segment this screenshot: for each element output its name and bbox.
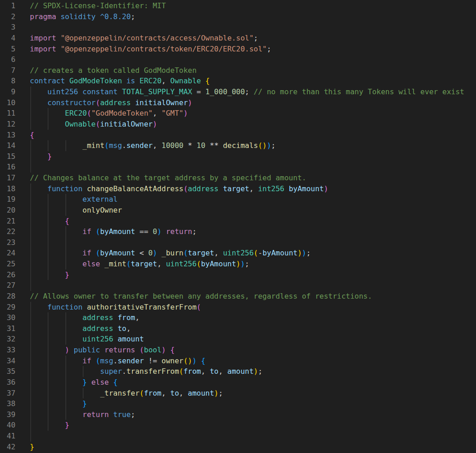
code-line[interactable]: 19 external bbox=[0, 194, 476, 205]
line-number[interactable]: 13 bbox=[0, 130, 15, 141]
line-number[interactable]: 16 bbox=[0, 162, 15, 173]
line-number[interactable]: 11 bbox=[0, 108, 15, 119]
code-line[interactable]: 40 } bbox=[0, 420, 476, 431]
line-number[interactable]: 24 bbox=[0, 248, 15, 259]
line-number[interactable]: 29 bbox=[0, 302, 15, 313]
code-line[interactable]: 38 } bbox=[0, 398, 476, 409]
code-line-content[interactable]: } bbox=[30, 151, 476, 162]
code-line-content[interactable] bbox=[30, 237, 476, 248]
line-number[interactable]: 35 bbox=[0, 366, 15, 377]
code-line-content[interactable]: ERC20("GodModeToken", "GMT") bbox=[30, 108, 476, 119]
code-line-content[interactable]: // Changes balance at the target address… bbox=[30, 173, 476, 183]
code-line-content[interactable]: if (byAmount < 0) _burn(target, uint256(… bbox=[30, 248, 476, 259]
line-number[interactable]: 31 bbox=[0, 323, 15, 334]
code-line-content[interactable]: address to, bbox=[30, 323, 476, 334]
code-line[interactable]: 25 else _mint(target, uint256(byAmount))… bbox=[0, 259, 476, 270]
line-number[interactable]: 14 bbox=[0, 140, 15, 151]
code-line[interactable]: 8contract GodModeToken is ERC20, Ownable… bbox=[0, 76, 476, 87]
code-line-content[interactable]: // Allows owner to transfer between any … bbox=[30, 291, 476, 302]
code-line-content[interactable]: } bbox=[30, 442, 476, 453]
line-number[interactable]: 18 bbox=[0, 183, 15, 194]
code-line[interactable]: 1// SPDX-License-Identifier: MIT bbox=[0, 0, 476, 11]
code-line-content[interactable]: return true; bbox=[30, 409, 476, 420]
code-line-content[interactable]: pragma solidity ^0.8.20; bbox=[30, 11, 476, 22]
line-number[interactable]: 19 bbox=[0, 194, 15, 205]
code-line-content[interactable]: uint256 constant TOTAL_SUPPLY_MAX = 1_00… bbox=[30, 87, 476, 97]
code-line-content[interactable]: } bbox=[30, 420, 476, 431]
code-line-content[interactable]: { bbox=[30, 216, 476, 227]
line-number[interactable]: 15 bbox=[0, 151, 15, 162]
code-line-content[interactable]: constructor(address initialOwner) bbox=[30, 97, 476, 108]
line-number[interactable]: 4 bbox=[0, 33, 15, 44]
line-number[interactable]: 27 bbox=[0, 280, 15, 291]
code-line-content[interactable]: { bbox=[30, 130, 476, 141]
code-line-content[interactable]: } bbox=[30, 270, 476, 280]
code-line-content[interactable] bbox=[30, 162, 476, 173]
code-line[interactable]: 33 ) public returns (bool) { bbox=[0, 345, 476, 356]
code-line-content[interactable]: onlyOwner bbox=[30, 205, 476, 216]
code-line[interactable]: 18 function changeBalanceAtAddress(addre… bbox=[0, 183, 476, 194]
code-line-content[interactable] bbox=[30, 22, 476, 33]
code-line-content[interactable]: if (msg.sender != owner()) { bbox=[30, 356, 476, 366]
code-line[interactable]: 3 bbox=[0, 22, 476, 33]
code-line[interactable]: 2pragma solidity ^0.8.20; bbox=[0, 11, 476, 22]
code-line[interactable]: 13{ bbox=[0, 130, 476, 141]
line-number[interactable]: 25 bbox=[0, 259, 15, 270]
line-number[interactable]: 38 bbox=[0, 398, 15, 409]
code-editor[interactable]: 1// SPDX-License-Identifier: MIT2pragma … bbox=[0, 0, 476, 453]
code-line-content[interactable]: } bbox=[30, 398, 476, 409]
code-line-content[interactable]: if (byAmount == 0) return; bbox=[30, 226, 476, 237]
line-number[interactable]: 23 bbox=[0, 237, 15, 248]
code-line[interactable]: 22 if (byAmount == 0) return; bbox=[0, 226, 476, 237]
line-number[interactable]: 21 bbox=[0, 216, 15, 227]
line-number[interactable]: 40 bbox=[0, 420, 15, 431]
code-line-content[interactable]: _mint(msg.sender, 10000 * 10 ** decimals… bbox=[30, 140, 476, 151]
code-line[interactable]: 7// creates a token called GodModeToken bbox=[0, 65, 476, 76]
code-line[interactable]: 30 address from, bbox=[0, 312, 476, 323]
line-number[interactable]: 26 bbox=[0, 270, 15, 280]
line-number[interactable]: 42 bbox=[0, 442, 15, 453]
line-number[interactable]: 7 bbox=[0, 65, 15, 76]
code-line[interactable]: 39 return true; bbox=[0, 409, 476, 420]
code-line[interactable]: 4import "@openzeppelin/contracts/access/… bbox=[0, 33, 476, 44]
code-line[interactable]: 21 { bbox=[0, 216, 476, 227]
line-number[interactable]: 12 bbox=[0, 119, 15, 130]
code-line[interactable]: 5import "@openzeppelin/contracts/token/E… bbox=[0, 44, 476, 55]
line-number[interactable]: 36 bbox=[0, 377, 15, 388]
code-line-content[interactable] bbox=[30, 280, 476, 291]
code-line[interactable]: 11 ERC20("GodModeToken", "GMT") bbox=[0, 108, 476, 119]
code-line[interactable]: 23 bbox=[0, 237, 476, 248]
code-line[interactable]: 42} bbox=[0, 442, 476, 453]
code-line-content[interactable]: // SPDX-License-Identifier: MIT bbox=[30, 0, 476, 11]
line-number[interactable]: 5 bbox=[0, 44, 15, 55]
code-line[interactable]: 41 bbox=[0, 431, 476, 442]
code-line[interactable]: 26 } bbox=[0, 270, 476, 280]
line-number[interactable]: 1 bbox=[0, 0, 15, 11]
line-number[interactable]: 6 bbox=[0, 54, 15, 65]
code-line[interactable]: 14 _mint(msg.sender, 10000 * 10 ** decim… bbox=[0, 140, 476, 151]
line-number[interactable]: 39 bbox=[0, 409, 15, 420]
line-number[interactable]: 2 bbox=[0, 11, 15, 22]
line-number[interactable]: 8 bbox=[0, 76, 15, 87]
code-line[interactable]: 17// Changes balance at the target addre… bbox=[0, 173, 476, 183]
line-number[interactable]: 33 bbox=[0, 345, 15, 356]
code-line-content[interactable]: ) public returns (bool) { bbox=[30, 345, 476, 356]
code-line-content[interactable]: else _mint(target, uint256(byAmount)); bbox=[30, 259, 476, 270]
code-line[interactable]: 32 uint256 amount bbox=[0, 334, 476, 345]
code-line-content[interactable] bbox=[30, 431, 476, 442]
code-line-content[interactable]: import "@openzeppelin/contracts/access/O… bbox=[30, 33, 476, 44]
code-line[interactable]: 20 onlyOwner bbox=[0, 205, 476, 216]
code-line-content[interactable]: address from, bbox=[30, 312, 476, 323]
line-number[interactable]: 34 bbox=[0, 356, 15, 366]
code-line-content[interactable]: function changeBalanceAtAddress(address … bbox=[30, 183, 476, 194]
code-line-content[interactable]: import "@openzeppelin/contracts/token/ER… bbox=[30, 44, 476, 55]
code-line[interactable]: 16 bbox=[0, 162, 476, 173]
code-line[interactable]: 6 bbox=[0, 54, 476, 65]
line-number[interactable]: 41 bbox=[0, 431, 15, 442]
code-line[interactable]: 36 } else { bbox=[0, 377, 476, 388]
code-line-content[interactable]: uint256 amount bbox=[30, 334, 476, 345]
code-line[interactable]: 12 Ownable(initialOwner) bbox=[0, 119, 476, 130]
code-line[interactable]: 34 if (msg.sender != owner()) { bbox=[0, 356, 476, 366]
line-number[interactable]: 22 bbox=[0, 226, 15, 237]
code-line[interactable]: 15 } bbox=[0, 151, 476, 162]
